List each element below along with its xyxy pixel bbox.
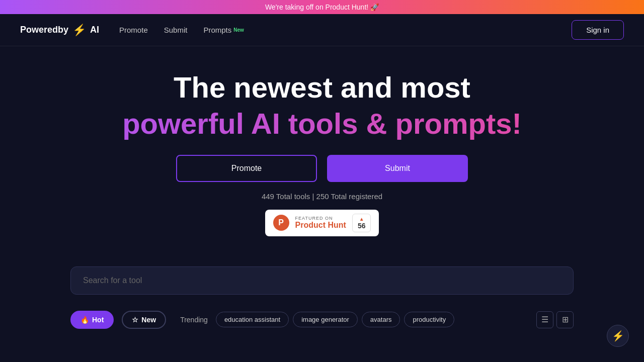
promote-nav-link[interactable]: Promote: [119, 26, 148, 34]
ph-count: 56: [358, 222, 366, 230]
stats-text: 449 Total tools | 250 Total registered: [20, 192, 624, 201]
search-section: [0, 266, 644, 295]
new-filter-button[interactable]: ☆ New: [122, 311, 166, 329]
new-badge: New: [233, 27, 244, 33]
cta-buttons: Promote Submit: [20, 155, 624, 182]
hot-icon: 🔥: [80, 316, 89, 324]
new-label: New: [141, 316, 156, 324]
bolt-icon-floating: ⚡: [612, 330, 624, 342]
list-icon: ☰: [541, 315, 548, 324]
tag-image-generator[interactable]: image generator: [293, 312, 358, 327]
navbar: Poweredby ⚡ AI Promote Submit Prompts Ne…: [0, 14, 644, 46]
submit-button[interactable]: Submit: [327, 155, 468, 182]
top-banner[interactable]: We're taking off on Product Hunt! 🚀: [0, 0, 644, 14]
logo-text-post: AI: [90, 25, 99, 35]
ph-text: FEATURED ON Product Hunt: [295, 216, 346, 230]
trending-label: Trending: [180, 316, 208, 324]
tag-avatars[interactable]: avatars: [362, 312, 400, 327]
list-view-button[interactable]: ☰: [536, 311, 553, 328]
view-icons: ☰ ⊞: [536, 311, 574, 328]
logo[interactable]: Poweredby ⚡ AI: [20, 24, 99, 37]
floating-bolt-button[interactable]: ⚡: [607, 325, 629, 347]
bottom-bar: 🔥 Hot ☆ New Trending education assistant…: [0, 305, 644, 335]
logo-text-pre: Poweredby: [20, 25, 68, 35]
product-hunt-badge[interactable]: P FEATURED ON Product Hunt ▲ 56: [265, 210, 379, 236]
hero-section: The newest and most powerful AI tools & …: [0, 46, 644, 266]
banner-text: We're taking off on Product Hunt! 🚀: [265, 3, 379, 11]
grid-icon: ⊞: [562, 315, 569, 324]
hot-label: Hot: [92, 316, 104, 324]
search-input[interactable]: [70, 266, 574, 295]
grid-view-button[interactable]: ⊞: [556, 311, 574, 328]
tag-education-assistant[interactable]: education assistant: [216, 312, 289, 327]
promote-button[interactable]: Promote: [176, 155, 317, 182]
submit-nav-link[interactable]: Submit: [164, 26, 188, 34]
upvote-arrow: ▲: [359, 216, 364, 222]
star-icon: ☆: [132, 316, 138, 324]
bolt-icon: ⚡: [72, 24, 86, 37]
hot-filter-button[interactable]: 🔥 Hot: [70, 311, 114, 329]
tag-productivity[interactable]: productivity: [404, 312, 454, 327]
prompts-nav-link[interactable]: Prompts New: [203, 26, 244, 34]
sign-in-button[interactable]: Sign in: [572, 20, 624, 40]
nav-links: Promote Submit Prompts New: [119, 26, 572, 34]
hero-title-line2: powerful AI tools & prompts!: [20, 108, 624, 140]
trending-tags: education assistant image generator avat…: [216, 312, 454, 327]
hero-title-line1: The newest and most: [20, 71, 624, 104]
ph-upvote[interactable]: ▲ 56: [352, 214, 371, 232]
ph-badge-wrapper: P FEATURED ON Product Hunt ▲ 56: [20, 210, 624, 251]
ph-icon: P: [273, 215, 289, 231]
